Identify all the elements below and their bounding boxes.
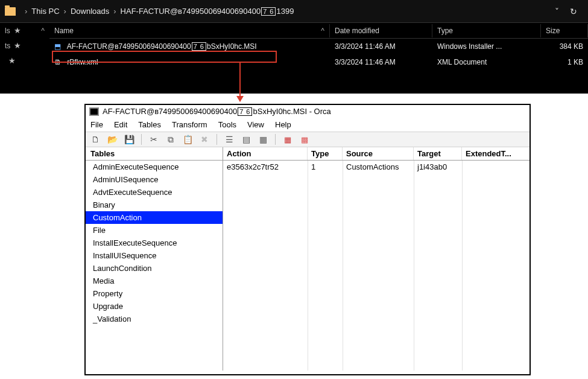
file-name-box-chars: 7 6 bbox=[192, 42, 206, 51]
column-header-date[interactable]: Date modified bbox=[330, 24, 432, 37]
file-date-cell: 3/3/2024 11:46 AM bbox=[330, 57, 432, 68]
cell-ext bbox=[462, 161, 528, 173]
paste-icon[interactable]: 📋 bbox=[182, 133, 194, 145]
breadcrumb[interactable]: › This PC › Downloads › HAF-FACTUR@в7499… bbox=[0, 0, 588, 23]
file-type-cell: XML Document bbox=[432, 57, 541, 68]
table-item-binary[interactable]: Binary bbox=[86, 199, 223, 211]
window-title: AF-FACTUR@в7499500694006904007 6bSxHyI0h… bbox=[103, 107, 331, 116]
delete-icon[interactable]: ✖ bbox=[198, 133, 210, 145]
menu-bar: File Edit Tables Transform Tools View He… bbox=[86, 118, 530, 132]
col-extended[interactable]: ExtendedT... bbox=[462, 147, 528, 160]
col-type[interactable]: Type bbox=[308, 147, 343, 160]
file-name-cell: ⬒ AF-FACTUR@в7499500694006904007 6bSxHyI… bbox=[49, 41, 330, 53]
column-header-type[interactable]: Type bbox=[432, 24, 541, 37]
menu-tables[interactable]: Tables bbox=[138, 120, 161, 129]
col-source[interactable]: Source bbox=[343, 147, 414, 160]
table-item-installexecutesequence[interactable]: InstallExecuteSequence bbox=[86, 237, 223, 249]
star-icon: ★ bbox=[14, 41, 21, 50]
new-icon[interactable]: 🗋 bbox=[89, 133, 101, 145]
column-header-name[interactable]: Name^ bbox=[49, 24, 330, 37]
table-item-_validation[interactable]: _Validation bbox=[86, 313, 223, 325]
col-action[interactable]: Action bbox=[223, 147, 308, 160]
msi-file-icon: ⬒ bbox=[54, 42, 62, 51]
breadcrumb-box-chars: 7 6 bbox=[261, 7, 276, 16]
table-item-upgrade[interactable]: Upgrade bbox=[86, 300, 223, 313]
sort-icon: ^ bbox=[310, 27, 324, 35]
refresh-icon[interactable]: ↻ bbox=[570, 7, 577, 16]
file-explorer: › This PC › Downloads › HAF-FACTUR@в7499… bbox=[0, 0, 588, 94]
table-item-launchcondition[interactable]: LaunchCondition bbox=[86, 262, 223, 275]
chevron-right-icon: › bbox=[113, 7, 116, 16]
arrow-annotation bbox=[239, 62, 241, 101]
menu-file[interactable]: File bbox=[90, 120, 103, 129]
toolbar-separator bbox=[275, 134, 276, 145]
pinned-item[interactable]: ls★^ bbox=[0, 23, 49, 38]
star-icon: ★ bbox=[14, 26, 21, 35]
chevron-right-icon: › bbox=[64, 7, 66, 16]
table-item-adminuisequence[interactable]: AdminUISequence bbox=[86, 173, 223, 186]
orca-app-icon bbox=[89, 107, 99, 116]
file-row[interactable]: 🗎 rBfkw.xml 3/3/2024 11:46 AM XML Docume… bbox=[49, 54, 588, 70]
menu-transform[interactable]: Transform bbox=[172, 120, 207, 129]
pinned-item[interactable]: ts★ bbox=[0, 38, 49, 53]
orca-window: AF-FACTUR@в7499500694006904007 6bSxHyI0h… bbox=[84, 104, 531, 375]
cell-action: e3563x2c7tr52 bbox=[223, 161, 308, 173]
table-item-customaction[interactable]: CustomAction bbox=[86, 211, 223, 224]
copy-icon[interactable]: ⧉ bbox=[165, 133, 177, 145]
menu-tools[interactable]: Tools bbox=[218, 120, 236, 129]
toolbar-separator bbox=[141, 134, 142, 145]
table-drop-icon[interactable]: ▤ bbox=[240, 133, 252, 145]
table-row[interactable]: e3563x2c7tr52 1 CustomActions j1i43ab0 bbox=[223, 161, 530, 173]
tables-header: Tables bbox=[86, 147, 223, 161]
pin-label: ts bbox=[5, 42, 10, 50]
cell-type: 1 bbox=[308, 161, 343, 173]
open-icon[interactable]: 📂 bbox=[106, 133, 118, 145]
table-item-installuisequence[interactable]: InstallUISequence bbox=[86, 249, 223, 262]
validate-icon[interactable]: ▦ bbox=[282, 133, 294, 145]
file-name-text: AF-FACTUR@в749950069400690400 bbox=[67, 42, 191, 51]
table-item-advtexecutesequence[interactable]: AdvtExecuteSequence bbox=[86, 186, 223, 199]
breadcrumb-item[interactable]: This PC bbox=[31, 7, 59, 16]
quick-access-pane: ls★^ ts★ ★ bbox=[0, 23, 49, 94]
menu-view[interactable]: View bbox=[247, 120, 264, 129]
table-new-icon[interactable]: ☰ bbox=[223, 133, 235, 145]
column-header-size[interactable]: Size bbox=[541, 24, 588, 37]
table-item-adminexecutesequence[interactable]: AdminExecuteSequence bbox=[86, 161, 223, 173]
window-titlebar[interactable]: AF-FACTUR@в7499500694006904007 6bSxHyI0h… bbox=[86, 105, 530, 118]
cut-icon[interactable]: ✂ bbox=[148, 133, 160, 145]
menu-edit[interactable]: Edit bbox=[114, 120, 127, 129]
file-row[interactable]: ⬒ AF-FACTUR@в7499500694006904007 6bSxHyI… bbox=[49, 39, 588, 54]
table-item-file[interactable]: File bbox=[86, 224, 223, 237]
breadcrumb-item[interactable]: Downloads bbox=[71, 7, 109, 16]
col-target[interactable]: Target bbox=[414, 147, 462, 160]
table-item-media[interactable]: Media bbox=[86, 275, 223, 287]
column-headers: Name^ Date modified Type Size bbox=[49, 23, 588, 39]
file-size-cell: 1 KB bbox=[541, 57, 588, 68]
file-type-cell: Windows Installer ... bbox=[432, 41, 541, 52]
folder-icon bbox=[5, 7, 16, 16]
chevron-right-icon: › bbox=[25, 7, 27, 16]
file-name-cell: 🗎 rBfkw.xml bbox=[49, 57, 330, 68]
toolbar: 🗋 📂 💾 ✂ ⧉ 📋 ✖ ☰ ▤ ▦ ▦ ▩ bbox=[86, 132, 530, 147]
breadcrumb-text: HAF-FACTUR@в749950069400690400 bbox=[121, 7, 261, 16]
file-size-cell: 384 KB bbox=[541, 41, 588, 52]
table-export-icon[interactable]: ▦ bbox=[257, 133, 269, 145]
file-list: Name^ Date modified Type Size ⬒ AF-FACTU… bbox=[49, 23, 588, 70]
tables-pane: Tables AdminExecuteSequenceAdminUISequen… bbox=[86, 147, 223, 371]
cube-icon[interactable]: ▩ bbox=[299, 133, 311, 145]
chevron-down-icon[interactable]: ˅ bbox=[555, 7, 559, 16]
content-pane: Action Type Source Target ExtendedT... e… bbox=[223, 147, 530, 371]
breadcrumb-item[interactable]: HAF-FACTUR@в7499500694006904007 61399 bbox=[121, 7, 294, 16]
file-name-ext: bSxHyI0hc.MSI bbox=[207, 42, 257, 51]
toolbar-separator bbox=[217, 134, 217, 145]
cell-source: CustomActions bbox=[343, 161, 414, 173]
table-item-property[interactable]: Property bbox=[86, 287, 223, 300]
cell-target: j1i43ab0 bbox=[414, 161, 462, 173]
file-name-text: rBfkw.xml bbox=[67, 58, 98, 66]
save-icon[interactable]: 💾 bbox=[123, 133, 135, 145]
menu-help[interactable]: Help bbox=[275, 120, 291, 129]
xml-file-icon: 🗎 bbox=[54, 58, 62, 66]
content-headers: Action Type Source Target ExtendedT... bbox=[223, 147, 530, 161]
pin-label: ls bbox=[5, 27, 10, 35]
pinned-item[interactable]: ★ bbox=[0, 53, 49, 68]
